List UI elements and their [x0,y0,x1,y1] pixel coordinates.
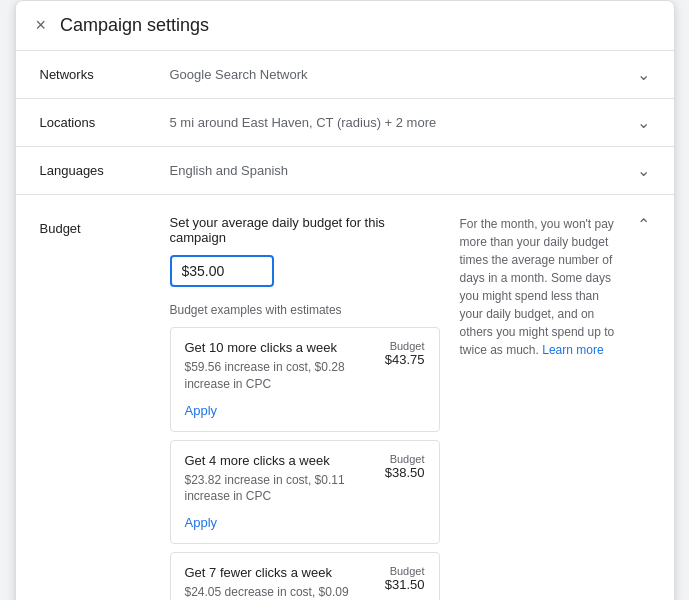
budget-card-left-2: Get 7 fewer clicks a week $24.05 decreas… [185,565,373,600]
dialog-header: × Campaign settings [16,1,674,51]
budget-content: Set your average daily budget for this c… [170,215,440,600]
budget-input-wrapper [170,255,274,287]
budget-card-title-0: Get 10 more clicks a week [185,340,373,355]
networks-chevron-icon: ⌄ [637,65,650,84]
budget-card-amount-2: $31.50 [385,577,425,592]
campaign-settings-dialog: × Campaign settings Networks Google Sear… [15,0,675,600]
locations-chevron-icon: ⌄ [637,113,650,132]
languages-label: Languages [40,163,170,178]
budget-card-budget-label-0: Budget [385,340,425,352]
budget-section-label: Budget [40,215,170,236]
languages-chevron-icon: ⌄ [637,161,650,180]
budget-collapse-button[interactable]: ⌃ [637,215,650,234]
locations-value: 5 mi around East Haven, CT (radius) + 2 … [170,115,637,130]
apply-button-0[interactable]: Apply [185,403,218,418]
budget-card-0: Get 10 more clicks a week $59.56 increas… [170,327,440,432]
languages-value: English and Spanish [170,163,637,178]
budget-card-desc-2: $24.05 decrease in cost, $0.09 decrease … [185,584,373,600]
budget-card-amount-0: $43.75 [385,352,425,367]
budget-left: Budget Set your average daily budget for… [40,215,440,600]
budget-card-budget-label-2: Budget [385,565,425,577]
budget-card-desc-1: $23.82 increase in cost, $0.11 increase … [185,472,373,506]
dialog-title: Campaign settings [60,15,209,36]
budget-card-budget-label-1: Budget [385,453,425,465]
budget-card-left-1: Get 4 more clicks a week $23.82 increase… [185,453,373,532]
close-icon[interactable]: × [36,15,47,36]
budget-section: Budget Set your average daily budget for… [16,195,674,600]
settings-row-locations[interactable]: Locations 5 mi around East Haven, CT (ra… [16,99,674,147]
apply-button-1[interactable]: Apply [185,515,218,530]
networks-label: Networks [40,67,170,82]
budget-card-left-0: Get 10 more clicks a week $59.56 increas… [185,340,373,419]
budget-card-desc-0: $59.56 increase in cost, $0.28 increase … [185,359,373,393]
budget-input[interactable] [182,263,262,279]
budget-label-row: Budget Set your average daily budget for… [40,215,440,600]
budget-inner: Budget Set your average daily budget for… [40,215,650,600]
locations-label: Locations [40,115,170,130]
settings-rows: Networks Google Search Network ⌄ Locatio… [16,51,674,195]
budget-card-amount-1: $38.50 [385,465,425,480]
settings-row-languages[interactable]: Languages English and Spanish ⌄ [16,147,674,194]
budget-card-1: Get 4 more clicks a week $23.82 increase… [170,440,440,545]
budget-card-2: Get 7 fewer clicks a week $24.05 decreas… [170,552,440,600]
budget-description: Set your average daily budget for this c… [170,215,440,245]
budget-card-title-1: Get 4 more clicks a week [185,453,373,468]
networks-value: Google Search Network [170,67,637,82]
budget-card-right-1: Budget $38.50 [385,453,425,480]
learn-more-link[interactable]: Learn more [542,343,603,357]
budget-side-text: For the month, you won't pay more than y… [460,217,615,357]
budget-info-panel: ⌃ For the month, you won't pay more than… [460,215,650,600]
budget-card-right-2: Budget $31.50 [385,565,425,592]
budget-card-right-0: Budget $43.75 [385,340,425,367]
budget-examples-title: Budget examples with estimates [170,303,440,317]
budget-card-title-2: Get 7 fewer clicks a week [185,565,373,580]
settings-row-networks[interactable]: Networks Google Search Network ⌄ [16,51,674,99]
